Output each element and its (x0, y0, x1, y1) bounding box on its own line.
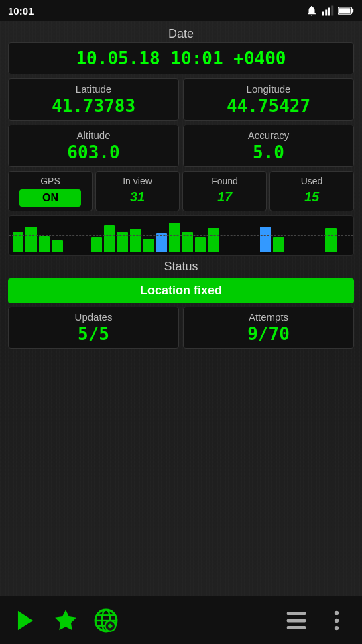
status-title: Status (8, 260, 354, 274)
coords-grid: Latitude 41.73783 Longitude 44.75427 Alt… (8, 78, 354, 167)
list-icon (284, 608, 309, 633)
accuracy-box: Accuracy 5.0 (183, 125, 354, 167)
star-button[interactable] (46, 603, 86, 638)
date-box: 10.05.18 10:01 +0400 (8, 42, 354, 74)
used-value: 15 (273, 189, 351, 205)
svg-rect-17 (287, 619, 306, 622)
gps-toggle-button[interactable]: ON (19, 189, 82, 207)
play-button[interactable] (5, 603, 46, 638)
chart-bar (273, 237, 284, 252)
latitude-label: Latitude (14, 83, 173, 95)
play-icon (13, 608, 38, 633)
date-value: 10.05.18 10:01 +0400 (76, 48, 286, 68)
longitude-box: Longitude 44.75427 (183, 78, 354, 121)
used-label: Used (273, 176, 351, 186)
more-button[interactable] (316, 603, 357, 638)
gps-label: GPS (11, 176, 89, 186)
battery-icon (338, 6, 354, 15)
altitude-value: 603.0 (14, 142, 173, 162)
found-value: 17 (186, 189, 263, 205)
date-section: Date 10.05.18 10:01 +0400 (8, 27, 354, 74)
svg-rect-6 (339, 8, 350, 13)
svg-rect-2 (328, 8, 330, 16)
status-bar-icons (306, 5, 354, 17)
svg-rect-1 (325, 10, 327, 16)
updates-value: 5/5 (14, 324, 173, 344)
star-icon (53, 608, 78, 633)
found-label: Found (186, 176, 263, 186)
list-button[interactable] (276, 603, 316, 638)
status-bar: 10:01 (0, 0, 362, 21)
bottom-nav (0, 596, 362, 644)
used-cell: Used 15 (269, 171, 354, 211)
signal-icon (322, 5, 334, 17)
chart-bar (39, 236, 50, 252)
svg-point-21 (335, 625, 339, 629)
inview-label: In view (99, 176, 176, 186)
latitude-box: Latitude 41.73783 (8, 78, 179, 121)
chart-bar (260, 227, 271, 252)
latitude-value: 41.73783 (14, 96, 173, 116)
status-bar-time: 10:01 (8, 5, 34, 17)
longitude-value: 44.75427 (189, 96, 348, 116)
chart-bar (143, 239, 154, 252)
date-title: Date (168, 27, 194, 41)
accuracy-label: Accuracy (189, 129, 348, 141)
gps-row: GPS ON In view 31 Found 17 Used 15 (8, 171, 354, 211)
inview-cell: In view 31 (95, 171, 180, 211)
chart-bar (169, 223, 180, 252)
svg-point-20 (335, 618, 339, 622)
chart-bar (25, 227, 36, 252)
chart-bar (325, 228, 336, 252)
updates-label: Updates (14, 311, 173, 323)
status-fixed: Location fixed (8, 278, 354, 303)
longitude-label: Longitude (189, 83, 348, 95)
svg-rect-3 (331, 6, 333, 16)
globe-button[interactable] (86, 603, 126, 638)
globe-icon (93, 608, 119, 633)
accuracy-value: 5.0 (189, 142, 348, 162)
svg-point-19 (335, 610, 339, 614)
alarm-icon (306, 5, 318, 17)
gps-cell: GPS ON (8, 171, 93, 211)
attempts-label: Attempts (189, 311, 348, 323)
chart-bar (104, 225, 115, 252)
signal-chart (8, 215, 354, 256)
chart-bar (156, 233, 167, 252)
svg-rect-5 (352, 9, 354, 12)
chart-bar (52, 240, 62, 252)
main-content: Date 10.05.18 10:01 +0400 Latitude 41.73… (0, 21, 362, 596)
found-cell: Found 17 (182, 171, 267, 211)
attempts-cell: Attempts 9/70 (183, 307, 354, 349)
altitude-label: Altitude (14, 129, 173, 141)
inview-value: 31 (99, 189, 176, 205)
updates-cell: Updates 5/5 (8, 307, 179, 349)
svg-rect-0 (322, 12, 324, 16)
svg-rect-18 (287, 625, 306, 629)
svg-rect-16 (287, 612, 306, 615)
more-icon (324, 608, 349, 633)
attempts-value: 9/70 (189, 324, 348, 344)
altitude-box: Altitude 603.0 (8, 125, 179, 167)
updates-row: Updates 5/5 Attempts 9/70 (8, 307, 354, 349)
chart-bar (130, 229, 141, 252)
chart-bar (195, 237, 206, 252)
chart-bar (208, 228, 219, 252)
chart-baseline (9, 235, 353, 236)
status-section: Status Location fixed Updates 5/5 Attemp… (8, 260, 354, 349)
svg-marker-7 (18, 610, 33, 630)
chart-bar (91, 237, 102, 252)
